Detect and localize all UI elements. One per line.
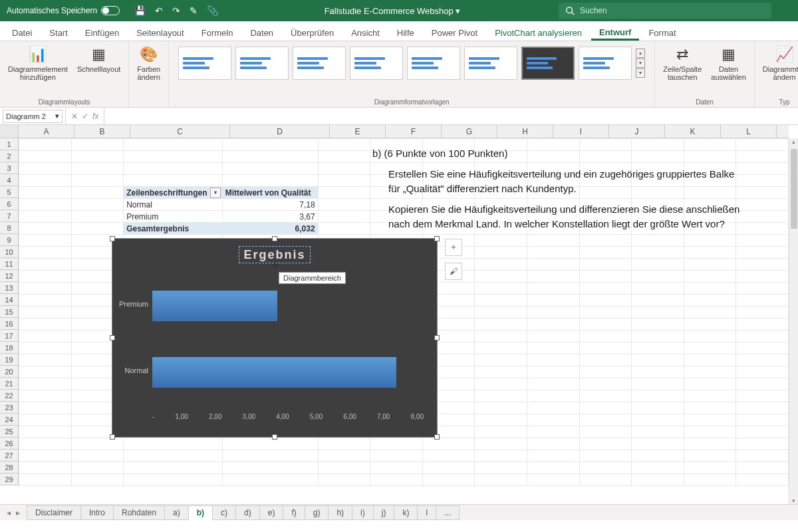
row-header[interactable]: 5	[0, 186, 18, 198]
sheet-tab[interactable]: l	[417, 505, 436, 520]
enter-icon[interactable]: ✓	[82, 112, 88, 121]
plot-area[interactable]: Premium Normal	[152, 272, 424, 410]
sheet-tab[interactable]: e)	[259, 505, 284, 520]
tab-ueberpruefen[interactable]: Überprüfen	[283, 24, 342, 41]
tab-format[interactable]: Format	[640, 24, 684, 41]
embedded-chart[interactable]: Ergebnis ✥ Diagrammbereich Premium Norma…	[112, 238, 438, 438]
row-header[interactable]: 27	[0, 450, 18, 462]
fx-icon[interactable]: fx	[92, 112, 98, 121]
sheet-tab[interactable]: c)	[212, 505, 236, 520]
prev-sheet-icon[interactable]: ◂	[7, 508, 11, 517]
sheet-tab[interactable]: b)	[188, 505, 213, 520]
resize-handle[interactable]	[434, 434, 440, 440]
sheet-tab[interactable]: Rohdaten	[113, 505, 165, 520]
row-header[interactable]: 7	[0, 210, 18, 222]
col-header[interactable]: I	[553, 125, 609, 138]
brush-icon[interactable]: ✎	[190, 5, 198, 16]
row-header[interactable]: 14	[0, 294, 18, 306]
bar-normal[interactable]	[152, 357, 396, 388]
chart-style-thumb[interactable]	[178, 47, 231, 80]
chart-style-thumb[interactable]	[235, 47, 289, 80]
row-header[interactable]: 2	[0, 150, 18, 162]
chart-style-thumb[interactable]	[464, 47, 517, 80]
chart-style-thumb[interactable]	[350, 47, 403, 80]
chart-brush-button[interactable]: 🖌	[445, 263, 462, 280]
tab-entwurf[interactable]: Entwurf	[591, 23, 639, 41]
row-header[interactable]: 10	[0, 246, 18, 258]
tab-datei[interactable]: Datei	[4, 24, 40, 41]
row-header[interactable]: 25	[0, 426, 18, 438]
tab-einfuegen[interactable]: Einfügen	[77, 24, 127, 41]
sheet-tab[interactable]: Disclaimer	[27, 505, 81, 520]
sheet-tab[interactable]: i)	[352, 505, 374, 520]
sheet-tab[interactable]: g)	[305, 505, 329, 520]
row-header[interactable]: 15	[0, 306, 18, 318]
resize-handle[interactable]	[272, 434, 277, 440]
worksheet[interactable]: A B C D E F G H I J K L 1234567891011121…	[0, 125, 798, 504]
resize-handle[interactable]	[434, 236, 440, 241]
row-header[interactable]: 23	[0, 402, 18, 414]
col-header[interactable]: J	[609, 125, 665, 138]
chart-style-thumb-selected[interactable]	[521, 47, 575, 80]
formula-input[interactable]	[104, 108, 798, 124]
vertical-scrollbar[interactable]	[789, 138, 798, 504]
next-sheet-icon[interactable]: ▸	[16, 508, 20, 517]
col-header[interactable]: C	[130, 125, 230, 138]
sheet-tab[interactable]: h)	[328, 505, 352, 520]
row-header[interactable]: 29	[0, 473, 18, 485]
change-chart-type-button[interactable]: 📈Diagrammtyp ändern	[761, 44, 798, 82]
autosave-toggle[interactable]: Automatisches Speichern	[0, 6, 126, 15]
row-header[interactable]: 13	[0, 282, 18, 294]
col-header[interactable]: D	[230, 125, 330, 138]
chart-plus-button[interactable]: +	[445, 239, 462, 256]
chart-style-thumb[interactable]	[407, 47, 460, 80]
row-header[interactable]: 3	[0, 162, 18, 174]
row-header[interactable]: 1	[0, 138, 18, 150]
sheet-tab[interactable]: Intro	[80, 505, 114, 520]
sheet-tab[interactable]: j)	[373, 505, 395, 520]
toggle-icon[interactable]	[101, 6, 120, 15]
sheet-tab[interactable]: d)	[235, 505, 260, 520]
resize-handle[interactable]	[110, 335, 115, 340]
tab-hilfe[interactable]: Hilfe	[389, 24, 422, 41]
redo-icon[interactable]: ↷	[172, 5, 180, 16]
row-header[interactable]: 20	[0, 366, 18, 378]
save-icon[interactable]: 💾	[134, 5, 146, 16]
document-title[interactable]: Fallstudie E-Commerce Webshop ▾	[226, 6, 559, 16]
col-header[interactable]: K	[665, 125, 721, 138]
tab-seitenlayout[interactable]: Seitenlayout	[128, 24, 192, 41]
col-header[interactable]: H	[497, 125, 553, 138]
row-header[interactable]: 8	[0, 222, 18, 234]
row-header[interactable]: 18	[0, 342, 18, 354]
chevron-down-icon[interactable]: ▾	[55, 112, 59, 120]
sheet-tab[interactable]: ...	[436, 505, 460, 520]
row-header[interactable]: 21	[0, 378, 18, 390]
row-header[interactable]: 19	[0, 354, 18, 366]
search-box[interactable]: Suchen	[559, 3, 771, 19]
select-all-corner[interactable]	[0, 125, 19, 138]
resize-handle[interactable]	[272, 236, 277, 241]
sheet-tab[interactable]: f)	[283, 505, 305, 520]
scroll-thumb[interactable]	[791, 149, 797, 229]
sheet-tab[interactable]: a)	[164, 505, 189, 520]
undo-icon[interactable]: ↶	[155, 5, 163, 16]
resize-handle[interactable]	[110, 236, 115, 241]
col-header[interactable]: F	[386, 125, 442, 138]
col-header[interactable]: L	[721, 125, 777, 138]
chart-style-thumb[interactable]	[579, 47, 632, 80]
col-header[interactable]: A	[19, 125, 74, 138]
tab-start[interactable]: Start	[41, 24, 75, 41]
row-header[interactable]: 17	[0, 330, 18, 342]
cancel-icon[interactable]: ✕	[71, 112, 78, 121]
tab-pivotchart-analysieren[interactable]: PivotChart analysieren	[487, 24, 590, 41]
resize-handle[interactable]	[110, 434, 115, 440]
row-header[interactable]: 28	[0, 462, 18, 473]
chart-style-thumb[interactable]	[293, 47, 346, 80]
sheet-tab[interactable]: k)	[394, 505, 418, 520]
add-chart-element-button[interactable]: 📊Diagrammelement hinzufügen	[7, 44, 69, 82]
switch-row-col-button[interactable]: ⇄Zeile/Spalte tauschen	[662, 44, 703, 82]
row-header[interactable]: 22	[0, 390, 18, 402]
select-data-button[interactable]: ▦Daten auswählen	[710, 44, 747, 82]
tab-powerpivot[interactable]: Power Pivot	[424, 24, 485, 41]
quick-layout-button[interactable]: ▦Schnelllayout	[76, 44, 122, 74]
